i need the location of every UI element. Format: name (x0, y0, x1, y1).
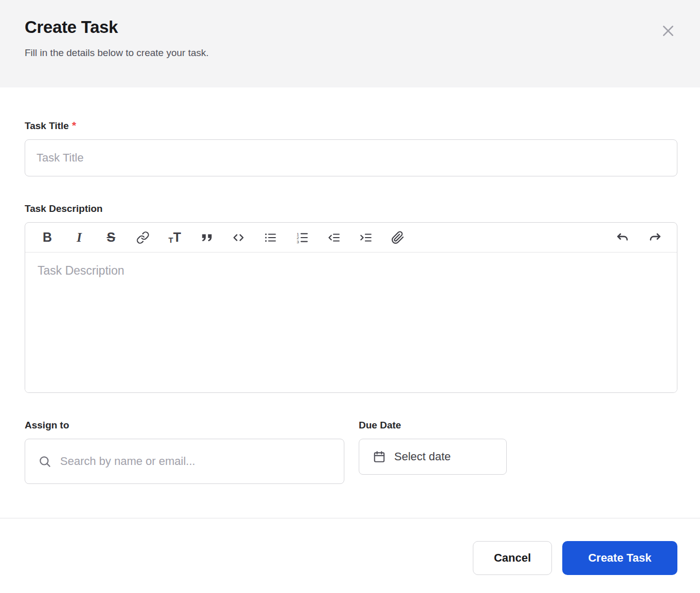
code-icon (232, 231, 245, 244)
modal-subtitle: Fill in the details below to create your… (25, 47, 675, 59)
assign-due-row: Assign to Due Date S (25, 420, 677, 484)
assign-to-label: Assign to (25, 420, 344, 431)
strikethrough-icon: S (107, 230, 116, 245)
modal-footer: Cancel Create Task (0, 518, 700, 591)
bullet-list-button[interactable] (259, 227, 282, 248)
close-button[interactable] (659, 22, 677, 40)
close-icon (660, 23, 676, 39)
blockquote-button[interactable] (195, 227, 218, 248)
bullet-list-icon (264, 231, 277, 244)
attachment-icon (391, 231, 404, 244)
ordered-list-button[interactable]: 1 2 3 (290, 227, 314, 248)
required-asterisk: * (72, 119, 76, 131)
font-size-icon: TT (169, 231, 181, 244)
indent-icon (359, 231, 373, 244)
ordered-list-icon: 1 2 3 (296, 231, 309, 244)
link-icon (136, 231, 150, 244)
link-button[interactable] (131, 227, 155, 248)
editor-toolbar: B I S (25, 223, 677, 253)
outdent-button[interactable] (322, 227, 346, 248)
svg-text:3: 3 (297, 239, 299, 244)
assign-to-field: Assign to (25, 420, 344, 484)
redo-icon (648, 231, 661, 244)
task-description-label: Task Description (25, 203, 677, 214)
redo-button[interactable] (643, 227, 667, 248)
modal-body: Task Title* Task Description B I S (0, 87, 700, 484)
font-size-button[interactable]: TT (163, 227, 187, 248)
outdent-icon (327, 231, 341, 244)
modal-title: Create Task (25, 17, 675, 37)
calendar-icon (373, 450, 386, 463)
undo-button[interactable] (611, 227, 635, 248)
task-title-input[interactable] (25, 139, 677, 176)
task-description-field: Task Description B I S (25, 203, 677, 393)
create-task-modal: Create Task Fill in the details below to… (0, 0, 700, 591)
code-button[interactable] (227, 227, 250, 248)
create-task-button[interactable]: Create Task (562, 541, 677, 575)
italic-button[interactable]: I (67, 227, 91, 248)
bold-button[interactable]: B (35, 227, 59, 248)
due-date-field: Due Date Select date (359, 420, 507, 475)
task-description-input[interactable] (25, 253, 677, 392)
strikethrough-button[interactable]: S (99, 227, 123, 248)
cancel-button[interactable]: Cancel (473, 541, 552, 575)
assignee-search-wrapper (25, 439, 344, 484)
modal-header: Create Task Fill in the details below to… (0, 0, 700, 87)
due-date-button[interactable]: Select date (359, 439, 507, 475)
due-date-button-label: Select date (394, 450, 451, 463)
task-title-label-text: Task Title (25, 120, 69, 131)
blockquote-icon (200, 231, 213, 244)
description-editor: B I S (25, 222, 677, 393)
task-title-label: Task Title* (25, 119, 677, 132)
undo-icon (616, 231, 630, 244)
assignee-search-input[interactable] (25, 439, 344, 484)
italic-icon: I (77, 230, 82, 245)
bold-icon: B (43, 230, 52, 245)
attachment-button[interactable] (386, 227, 410, 248)
due-date-label: Due Date (359, 420, 507, 431)
indent-button[interactable] (354, 227, 378, 248)
task-title-field: Task Title* (25, 119, 677, 176)
